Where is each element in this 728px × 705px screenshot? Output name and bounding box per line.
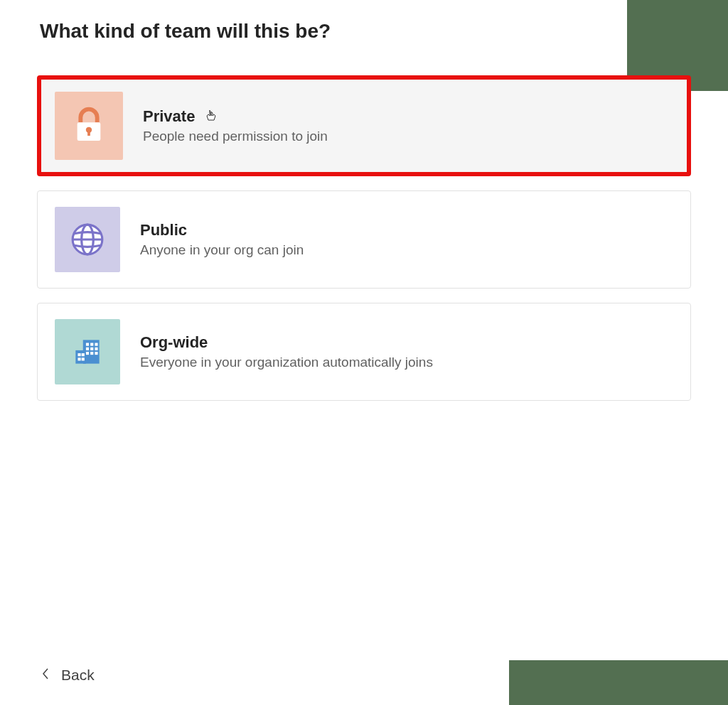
- svg-rect-19: [82, 353, 85, 356]
- back-button-label: Back: [61, 667, 95, 684]
- option-public[interactable]: Public Anyone in your org can join: [37, 190, 691, 289]
- cursor-pointer-icon: [205, 109, 217, 127]
- svg-rect-11: [95, 343, 97, 346]
- svg-rect-14: [95, 348, 97, 350]
- page-title: What kind of team will this be?: [0, 0, 728, 43]
- option-text-public: Public Anyone in your org can join: [140, 221, 304, 258]
- svg-rect-13: [90, 348, 93, 350]
- lock-icon: [55, 92, 123, 160]
- building-icon: [55, 319, 120, 384]
- svg-rect-10: [90, 343, 93, 346]
- option-title-orgwide: Org-wide: [140, 333, 433, 352]
- svg-rect-8: [75, 350, 86, 364]
- option-title-public: Public: [140, 221, 304, 240]
- option-title-private: Private: [143, 107, 328, 126]
- svg-rect-15: [86, 352, 89, 355]
- option-private[interactable]: Private People need permission to join: [37, 75, 691, 176]
- svg-rect-12: [86, 348, 89, 350]
- option-orgwide[interactable]: Org-wide Everyone in your organization a…: [37, 303, 691, 401]
- chevron-left-icon: [41, 667, 50, 684]
- svg-rect-16: [90, 352, 93, 355]
- svg-rect-20: [77, 357, 80, 360]
- svg-rect-18: [77, 353, 80, 356]
- svg-rect-21: [82, 357, 85, 360]
- option-description-private: People need permission to join: [143, 129, 328, 144]
- globe-icon: [55, 207, 120, 272]
- option-description-public: Anyone in your org can join: [140, 242, 304, 258]
- svg-rect-17: [95, 352, 97, 355]
- options-container: Private People need permission to join: [0, 43, 728, 401]
- option-text-private: Private People need permission to join: [143, 107, 328, 144]
- option-description-orgwide: Everyone in your organization automatica…: [140, 355, 433, 370]
- option-text-orgwide: Org-wide Everyone in your organization a…: [140, 333, 433, 370]
- svg-rect-9: [86, 343, 89, 346]
- back-button[interactable]: Back: [41, 667, 95, 684]
- decorative-block-bottom: [509, 660, 728, 705]
- svg-rect-2: [87, 131, 90, 136]
